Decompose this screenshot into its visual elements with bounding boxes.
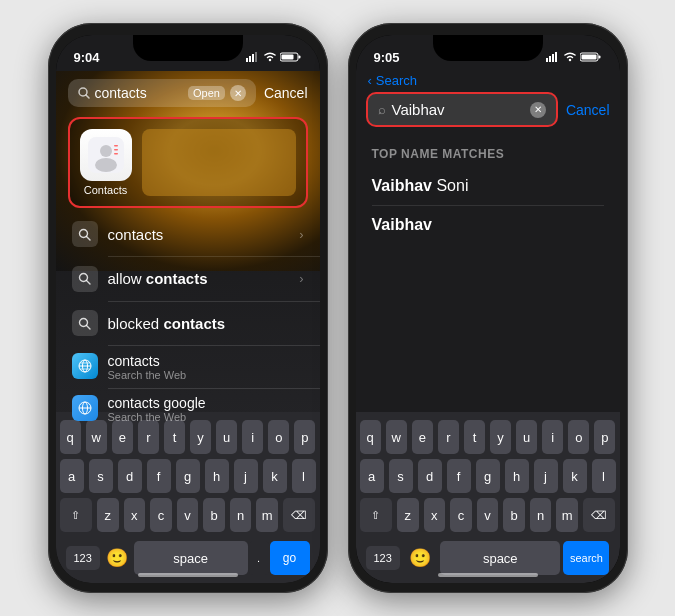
search-clear-2[interactable]: ✕ xyxy=(530,102,546,118)
kb2-space[interactable]: space xyxy=(440,541,560,575)
kb-c[interactable]: c xyxy=(150,498,172,532)
kb2-i[interactable]: i xyxy=(542,420,563,454)
kb-k[interactable]: k xyxy=(263,459,287,493)
web-title-contacts: contacts xyxy=(108,353,187,369)
kb-numbers-1[interactable]: 123 xyxy=(66,546,100,570)
suggestion-text-contacts: contacts xyxy=(108,226,290,243)
kb2-x[interactable]: x xyxy=(424,498,446,532)
suggestions-list: contacts › allow contacts › blocked cont… xyxy=(56,212,320,430)
kb2-z[interactable]: z xyxy=(397,498,419,532)
kb-delete[interactable]: ⌫ xyxy=(283,498,315,532)
web-item-google[interactable]: contacts google Search the Web xyxy=(56,388,320,430)
kb-l[interactable]: l xyxy=(292,459,316,493)
kb-x[interactable]: x xyxy=(124,498,146,532)
kb2-v[interactable]: v xyxy=(477,498,499,532)
kb-row-2: a s d f g h j k l xyxy=(60,459,316,493)
app-card-bg xyxy=(142,129,296,196)
svg-rect-31 xyxy=(552,54,554,62)
search-back-row: ‹ Search xyxy=(356,71,620,92)
kb2-d[interactable]: d xyxy=(418,459,442,493)
kb-s[interactable]: s xyxy=(89,459,113,493)
search-bar-1[interactable]: contacts Open ✕ xyxy=(68,79,256,107)
kb2-m[interactable]: m xyxy=(556,498,578,532)
kb2-g[interactable]: g xyxy=(476,459,500,493)
kb-h[interactable]: h xyxy=(205,459,229,493)
kb2-q[interactable]: q xyxy=(360,420,381,454)
back-text[interactable]: Search xyxy=(376,73,417,88)
suggestion-icon-contacts xyxy=(72,221,98,247)
battery-icon-2 xyxy=(580,52,602,62)
kb2-a[interactable]: a xyxy=(360,459,384,493)
kb2-p[interactable]: p xyxy=(594,420,615,454)
match-name-vaibhav: Vaibhav xyxy=(372,216,432,233)
kb2-delete[interactable]: ⌫ xyxy=(583,498,615,532)
keyboard-2: q w e r t y u i o p a s d f g h xyxy=(356,412,620,583)
kb2-emoji[interactable]: 🙂 xyxy=(403,543,437,573)
kb2-u[interactable]: u xyxy=(516,420,537,454)
kb2-r[interactable]: r xyxy=(438,420,459,454)
kb-z[interactable]: z xyxy=(97,498,119,532)
svg-rect-32 xyxy=(555,52,557,62)
suggestion-contacts[interactable]: contacts › xyxy=(56,212,320,256)
cancel-button-2[interactable]: Cancel xyxy=(566,102,610,118)
svg-line-16 xyxy=(87,236,91,240)
kb-go-1[interactable]: go xyxy=(270,541,310,575)
kb-m[interactable]: m xyxy=(256,498,278,532)
svg-rect-12 xyxy=(114,145,118,147)
kb2-o[interactable]: o xyxy=(568,420,589,454)
svg-rect-5 xyxy=(298,56,300,59)
kb-emoji-1[interactable]: 🙂 xyxy=(100,543,134,573)
kb2-j[interactable]: j xyxy=(534,459,558,493)
search-bar-2[interactable]: ⌕ Vaibhav ✕ xyxy=(366,92,558,127)
search-glyph-3 xyxy=(78,317,91,330)
kb-n[interactable]: n xyxy=(230,498,252,532)
match-vaibhav[interactable]: Vaibhav xyxy=(372,206,604,244)
svg-rect-0 xyxy=(246,58,248,62)
kb-f[interactable]: f xyxy=(147,459,171,493)
kb2-l[interactable]: l xyxy=(592,459,616,493)
kb2-e[interactable]: e xyxy=(412,420,433,454)
kb-j[interactable]: j xyxy=(234,459,258,493)
kb2-shift[interactable]: ⇧ xyxy=(360,498,392,532)
app-card-area: Contacts xyxy=(68,117,308,208)
suggestion-allow-contacts[interactable]: allow contacts › xyxy=(56,257,320,301)
kb2-t[interactable]: t xyxy=(464,420,485,454)
cancel-button-1[interactable]: Cancel xyxy=(264,85,308,101)
home-indicator-1 xyxy=(138,573,238,577)
kb2-n[interactable]: n xyxy=(530,498,552,532)
kb2-y[interactable]: y xyxy=(490,420,511,454)
wifi-icon-2 xyxy=(564,52,576,62)
suggestion-blocked-contacts[interactable]: blocked contacts xyxy=(56,301,320,345)
search-clear-1[interactable]: ✕ xyxy=(230,85,246,101)
kb-d[interactable]: d xyxy=(118,459,142,493)
kb-v[interactable]: v xyxy=(177,498,199,532)
svg-rect-29 xyxy=(546,58,548,62)
svg-rect-3 xyxy=(255,52,257,62)
kb2-h[interactable]: h xyxy=(505,459,529,493)
match-vaibhav-soni[interactable]: Vaibhav Soni xyxy=(372,167,604,206)
notch-2 xyxy=(433,35,543,61)
kb-b[interactable]: b xyxy=(203,498,225,532)
kb2-w[interactable]: w xyxy=(386,420,407,454)
web-item-contacts[interactable]: contacts Search the Web xyxy=(56,346,320,388)
kb2-search-action[interactable]: search xyxy=(563,541,609,575)
kb-shift[interactable]: ⇧ xyxy=(60,498,92,532)
kb-g[interactable]: g xyxy=(176,459,200,493)
svg-rect-2 xyxy=(252,54,254,62)
kb2-s[interactable]: s xyxy=(389,459,413,493)
kb2-b[interactable]: b xyxy=(503,498,525,532)
search-glyph-2 xyxy=(78,272,91,285)
status-time-1: 9:04 xyxy=(74,50,100,65)
kb-period[interactable]: . xyxy=(248,541,270,575)
kb2-row-1: q w e r t y u i o p xyxy=(360,420,616,454)
kb2-k[interactable]: k xyxy=(563,459,587,493)
kb2-c[interactable]: c xyxy=(450,498,472,532)
contacts-app-icon[interactable] xyxy=(80,129,132,181)
kb2-f[interactable]: f xyxy=(447,459,471,493)
kb-space-1[interactable]: space xyxy=(134,541,248,575)
kb2-row-2: a s d f g h j k l xyxy=(360,459,616,493)
kb-a[interactable]: a xyxy=(60,459,84,493)
kb2-numbers[interactable]: 123 xyxy=(366,546,400,570)
status-time-2: 9:05 xyxy=(374,50,400,65)
search-query-1: contacts xyxy=(95,85,183,101)
